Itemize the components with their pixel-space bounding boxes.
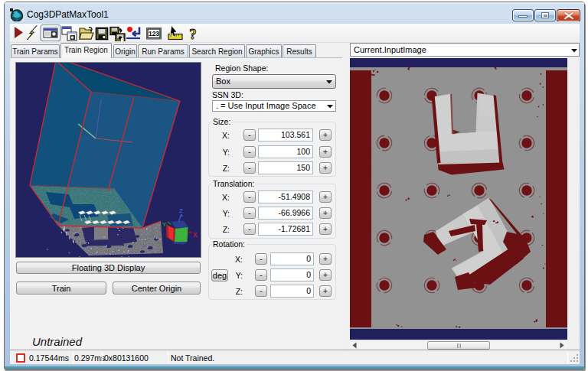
- svg-text:X: X: [193, 231, 198, 239]
- svg-text:123: 123: [149, 30, 159, 37]
- svg-text:Y: Y: [162, 221, 167, 228]
- svg-text:Z: Z: [179, 207, 183, 214]
- svg-text:?: ?: [189, 26, 197, 41]
